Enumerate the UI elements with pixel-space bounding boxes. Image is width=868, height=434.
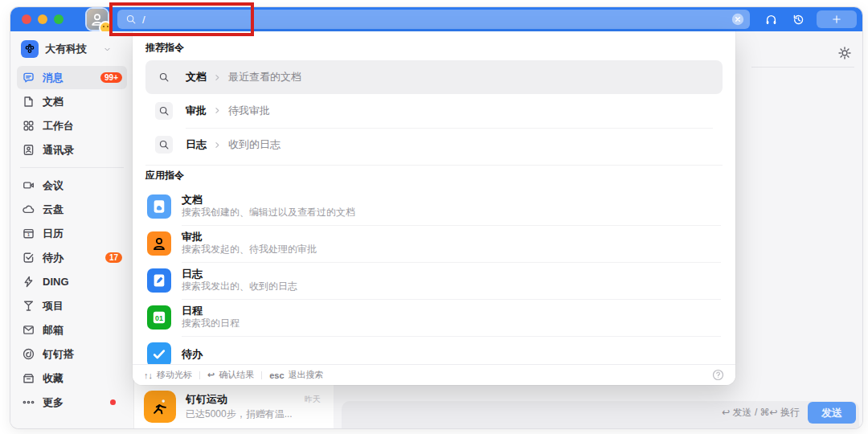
svg-text:01: 01 bbox=[155, 314, 163, 322]
search-suggestion-body: 推荐指令 文档最近查看的文档审批待我审批日志收到的日志 应用指令 文档搜索我创建… bbox=[133, 31, 735, 365]
plus-icon bbox=[831, 14, 842, 25]
search-suggestion-panel: 推荐指令 文档最近查看的文档审批待我审批日志收到的日志 应用指令 文档搜索我创建… bbox=[133, 31, 735, 385]
sidebar-item-messages[interactable]: 消息99+ bbox=[17, 66, 127, 89]
sidebar-item-favorites[interactable]: 收藏 bbox=[17, 366, 127, 390]
avatar[interactable] bbox=[87, 9, 108, 30]
command-subterm: 收到的日志 bbox=[228, 137, 280, 152]
new-chat-button[interactable] bbox=[817, 10, 857, 28]
keyboard-hints: ↑↓移动光标↩确认结果esc退出搜索 bbox=[144, 369, 324, 381]
calendar-icon: 1 bbox=[22, 227, 35, 240]
sidebar-item-mail[interactable]: 邮箱 bbox=[17, 318, 127, 342]
org-team-icon bbox=[21, 40, 39, 58]
app-command-list: 文档搜索我创建的、编辑过以及查看过的文档审批搜索我发起的、待我处理的审批日志搜索… bbox=[145, 188, 723, 365]
app-command-title: 文档 bbox=[182, 194, 721, 206]
sidebar-item-calendar[interactable]: 1日历 bbox=[17, 222, 127, 245]
sidebar-item-contacts[interactable]: 通讯录 bbox=[17, 138, 127, 162]
sidebar-item-label: 邮箱 bbox=[43, 323, 63, 338]
unread-badge: 17 bbox=[105, 252, 122, 263]
app-command-文档[interactable]: 文档搜索我创建的、编辑过以及查看过的文档 bbox=[145, 188, 723, 225]
composer-shortcut-hint: ↩ 发送 / ⌘↩ 换行 bbox=[722, 406, 800, 420]
app-command-desc: 搜索我发出的、收到的日志 bbox=[182, 281, 721, 292]
app-command-待办[interactable]: 待办 bbox=[145, 336, 723, 365]
org-name: 大有科技 bbox=[45, 42, 87, 56]
contacts-icon bbox=[22, 143, 35, 157]
runner-icon bbox=[144, 391, 176, 423]
dingda-icon bbox=[22, 347, 35, 361]
hint-key: ↑↓ bbox=[144, 371, 153, 380]
sidebar-item-more[interactable]: 更多 bbox=[17, 391, 127, 414]
sidebar-item-drive[interactable]: 云盘 bbox=[17, 198, 127, 221]
hint-label: 移动光标 bbox=[157, 369, 192, 381]
app-command-text: 文档搜索我创建的、编辑过以及查看过的文档 bbox=[182, 188, 721, 226]
sidebar-item-label: 通讯录 bbox=[43, 143, 74, 158]
command-term: 日志 bbox=[186, 137, 207, 152]
recommended-command-1[interactable]: 审批待我审批 bbox=[145, 94, 723, 128]
sidebar-item-label: 钉钉搭 bbox=[43, 347, 74, 362]
sidebar-item-label: 收藏 bbox=[43, 371, 63, 386]
sidebar-item-project[interactable]: 项目 bbox=[17, 294, 127, 317]
chat-header-divider bbox=[751, 67, 854, 68]
sidebar-item-ding[interactable]: DING bbox=[17, 270, 127, 293]
recommended-commands-header: 推荐指令 bbox=[145, 41, 723, 55]
app-command-日程[interactable]: 01日程搜索我的日程 bbox=[145, 299, 723, 336]
org-switcher[interactable]: 大有科技 bbox=[17, 38, 127, 60]
app-command-desc: 搜索我发起的、待我处理的审批 bbox=[182, 244, 721, 255]
recommended-command-2[interactable]: 日志收到的日志 bbox=[145, 128, 723, 162]
search-icon bbox=[125, 14, 137, 25]
sidebar-divider bbox=[20, 167, 124, 168]
sidebar-item-todo[interactable]: 待办17 bbox=[17, 246, 127, 269]
bolt-icon bbox=[22, 275, 35, 289]
question-icon[interactable] bbox=[712, 369, 724, 381]
recommended-command-text: 文档最近查看的文档 bbox=[186, 60, 713, 94]
list-item-dingtalk-sport[interactable]: 钉钉运动 昨天 已达5000步，捐赠有温... bbox=[144, 391, 329, 426]
search-value: / bbox=[142, 14, 145, 26]
sidebar-item-label: 会议 bbox=[43, 178, 63, 193]
app-commands-header: 应用指令 bbox=[145, 169, 723, 182]
app-approve-icon bbox=[147, 231, 171, 256]
sidebar-item-label: 消息 bbox=[43, 71, 63, 85]
todo-icon bbox=[22, 251, 35, 264]
close-circle-icon[interactable] bbox=[731, 13, 744, 26]
sidebar-item-docs[interactable]: 文档 bbox=[17, 90, 127, 113]
recommended-command-text: 审批待我审批 bbox=[186, 94, 713, 129]
sidebar-item-label: 待办 bbox=[43, 251, 63, 265]
chat-timestamp: 昨天 bbox=[305, 394, 321, 405]
search-panel-footer: ↑↓移动光标↩确认结果esc退出搜索 bbox=[133, 364, 735, 385]
gear-icon[interactable] bbox=[837, 46, 852, 60]
recommended-command-0[interactable]: 文档最近查看的文档 bbox=[145, 60, 723, 94]
app-command-日志[interactable]: 日志搜索我发出的、收到的日志 bbox=[145, 262, 723, 299]
command-subterm: 最近查看的文档 bbox=[228, 70, 301, 84]
keyboard-hint-2: esc退出搜索 bbox=[269, 369, 323, 381]
send-button[interactable]: 发送 bbox=[808, 402, 856, 424]
hint-label: 退出搜索 bbox=[289, 369, 324, 381]
chevron-right-icon bbox=[212, 105, 223, 116]
global-search-input[interactable]: / bbox=[117, 10, 750, 29]
sidebar-item-workbench[interactable]: 工作台 bbox=[17, 114, 127, 137]
chat-icon bbox=[22, 71, 35, 84]
sidebar-menu: 消息99+文档工作台通讯录会议云盘1日历待办17DING项目邮箱钉钉搭收藏更多 bbox=[17, 66, 127, 414]
hint-key: ↩ bbox=[207, 370, 215, 380]
traffic-light-minimize[interactable] bbox=[38, 14, 47, 24]
sidebar-item-label: 日历 bbox=[43, 227, 63, 241]
more-dots-icon bbox=[22, 395, 35, 409]
app-todo-icon bbox=[147, 342, 171, 365]
recommended-command-list: 文档最近查看的文档审批待我审批日志收到的日志 bbox=[145, 60, 723, 162]
app-schedule-icon: 01 bbox=[147, 305, 171, 330]
meeting-icon bbox=[22, 178, 35, 192]
app-command-text: 审批搜索我发起的、待我处理的审批 bbox=[182, 225, 721, 263]
history-icon[interactable] bbox=[792, 13, 805, 27]
app-command-desc: 搜索我创建的、编辑过以及查看过的文档 bbox=[182, 207, 721, 218]
sidebar-item-dingda[interactable]: 钉钉搭 bbox=[17, 342, 127, 366]
search-icon bbox=[155, 68, 173, 86]
traffic-light-close[interactable] bbox=[22, 14, 31, 24]
app-command-text: 日志搜索我发出的、收到的日志 bbox=[182, 262, 721, 300]
headset-icon[interactable] bbox=[764, 13, 778, 27]
hint-separator bbox=[199, 371, 200, 379]
sidebar-item-meeting[interactable]: 会议 bbox=[17, 174, 127, 197]
app-command-审批[interactable]: 审批搜索我发起的、待我处理的审批 bbox=[145, 225, 723, 262]
app-log-icon bbox=[147, 268, 171, 293]
mail-icon bbox=[22, 323, 35, 337]
keyboard-hint-1: ↩确认结果 bbox=[207, 369, 254, 381]
app-command-text: 日程搜索我的日程 bbox=[182, 299, 721, 337]
traffic-light-zoom[interactable] bbox=[54, 14, 63, 24]
